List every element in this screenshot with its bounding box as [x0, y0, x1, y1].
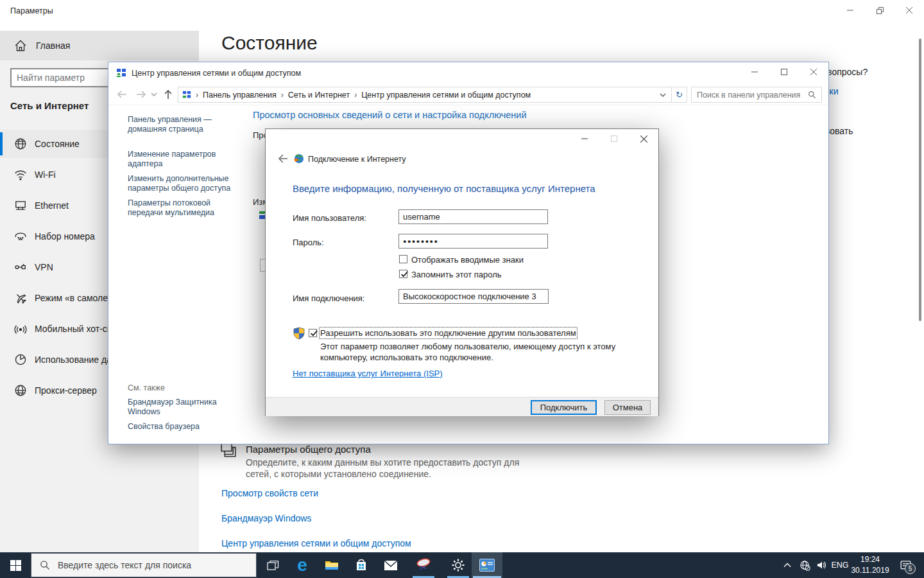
- defender-firewall-link[interactable]: Брандмауэр Защитника Windows: [128, 398, 238, 417]
- search-icon: [40, 560, 50, 570]
- network-center-heading: Просмотр основных сведений о сети и наст…: [253, 110, 527, 120]
- notification-count-badge: 5: [905, 563, 916, 574]
- language-indicator[interactable]: ENG: [830, 552, 850, 578]
- address-bar[interactable]: › Панель управления › Сеть и Интернет › …: [178, 87, 687, 103]
- selected-accent-bar: [0, 132, 3, 155]
- page-title: Состояние: [221, 32, 318, 54]
- store-button[interactable]: [346, 552, 376, 578]
- checkmark-icon: [309, 328, 319, 338]
- address-dropdown-icon[interactable]: [660, 92, 666, 98]
- show-characters-checkbox[interactable]: [399, 255, 407, 263]
- edge-icon: e: [297, 556, 307, 574]
- sidebar-item-home[interactable]: Главная: [0, 31, 199, 60]
- close-button[interactable]: [894, 0, 924, 21]
- location-icon: [182, 91, 191, 100]
- vpn-icon: [14, 261, 27, 274]
- network-sharing-center-link[interactable]: Центр управления сетями и общим доступом: [221, 538, 411, 548]
- snipping-tool-icon: ✂: [416, 557, 432, 573]
- maximize-button[interactable]: [769, 62, 799, 82]
- windows-firewall-link[interactable]: Брандмауэр Windows: [221, 513, 311, 523]
- tray-date: 30.11.2019: [848, 565, 892, 576]
- hotspot-icon: [14, 322, 27, 335]
- network-center-window-controls: [740, 62, 828, 82]
- back-icon[interactable]: [116, 89, 128, 100]
- breadcrumb-control-panel[interactable]: Панель управления: [203, 91, 277, 100]
- mail-button[interactable]: [376, 552, 406, 578]
- show-characters-label: Отображать вводимые знаки: [411, 255, 524, 265]
- start-button[interactable]: [0, 552, 31, 578]
- minimize-button[interactable]: [570, 129, 599, 148]
- settings-section-title: Сеть и Интернет: [10, 100, 89, 111]
- internet-options-link[interactable]: Свойства браузера: [128, 422, 238, 432]
- forward-icon[interactable]: [135, 89, 147, 100]
- store-icon: [355, 559, 368, 572]
- remember-password-checkbox[interactable]: [399, 270, 407, 278]
- password-field[interactable]: ●●●●●●●●: [398, 234, 548, 249]
- tray-overflow-button[interactable]: [779, 552, 796, 578]
- language-label: ENG: [831, 561, 848, 570]
- volume-tray-button[interactable]: [814, 552, 830, 578]
- data-usage-icon: [14, 353, 27, 366]
- breadcrumb-separator: ›: [281, 91, 284, 100]
- advanced-sharing-settings-link[interactable]: Изменить дополнительные параметры общего…: [128, 174, 238, 193]
- breadcrumb-network-internet[interactable]: Сеть и Интернет: [288, 91, 350, 100]
- dialog-window-controls: [570, 129, 658, 148]
- network-globe-icon: [14, 137, 27, 150]
- dialog-heading: Введите информацию, полученную от постав…: [293, 183, 595, 194]
- breadcrumb-separator: ›: [354, 91, 357, 100]
- task-view-button[interactable]: [258, 552, 287, 578]
- connection-name-field[interactable]: Высокоскоростное подключение 3: [398, 289, 549, 304]
- up-icon[interactable]: [162, 89, 174, 100]
- globe-no-internet-icon: [800, 560, 810, 571]
- active-app-tile[interactable]: [472, 552, 502, 578]
- minimize-button[interactable]: [740, 62, 769, 82]
- network-tray-button[interactable]: [796, 552, 814, 578]
- recent-pages-chevron-icon[interactable]: [151, 89, 157, 100]
- view-network-properties-link[interactable]: Просмотр свойств сети: [221, 488, 318, 498]
- taskbar-search-input[interactable]: Введите здесь текст для поиска: [31, 553, 257, 577]
- chevron-up-icon: [783, 563, 791, 568]
- wifi-icon: [14, 168, 27, 181]
- search-icon[interactable]: [808, 91, 816, 99]
- username-field[interactable]: username: [398, 209, 548, 224]
- no-isp-link[interactable]: Нет поставщика услуг Интернета (ISP): [293, 369, 443, 378]
- control-panel-search-placeholder: Поиск в панели управления: [697, 91, 808, 100]
- sharing-section-title: Параметры общего доступа: [246, 444, 371, 455]
- settings-scrollbar[interactable]: [919, 39, 921, 321]
- settings-taskbar-button[interactable]: [443, 552, 473, 578]
- breadcrumb-network-center[interactable]: Центр управления сетями и общим доступом: [361, 91, 531, 100]
- navigation-toolbar: › Панель управления › Сеть и Интернет › …: [108, 84, 828, 105]
- snipping-tool-button[interactable]: ✂: [409, 552, 439, 578]
- allow-others-checkbox[interactable]: [309, 329, 317, 337]
- restore-button[interactable]: [865, 0, 894, 21]
- taskbar-search-placeholder: Введите здесь текст для поиска: [58, 560, 191, 570]
- uac-shield-icon: [293, 327, 305, 340]
- settings-search-placeholder: Найти параметр: [17, 73, 85, 83]
- file-explorer-button[interactable]: [317, 552, 346, 578]
- control-panel-search-input[interactable]: Поиск в панели управления: [691, 87, 822, 103]
- password-value: ●●●●●●●●: [403, 238, 439, 245]
- edge-button[interactable]: e: [287, 552, 317, 578]
- dialup-phone-icon: [14, 230, 27, 243]
- refresh-icon[interactable]: ↻: [671, 87, 687, 102]
- clock[interactable]: 19:24 30.11.2019: [848, 554, 892, 576]
- username-label: Имя пользователя:: [293, 213, 366, 223]
- minimize-button[interactable]: [835, 0, 865, 21]
- file-explorer-icon: [325, 559, 339, 571]
- close-button[interactable]: [799, 62, 828, 82]
- media-streaming-options-link[interactable]: Параметры потоковой передачи мультимедиа: [128, 198, 238, 218]
- control-panel-home-link[interactable]: Панель управления — домашняя страница: [128, 115, 238, 134]
- home-icon: [14, 39, 27, 52]
- close-button[interactable]: [629, 129, 658, 148]
- change-adapter-settings-link[interactable]: Изменение параметров адаптера: [128, 150, 238, 169]
- mail-icon: [384, 560, 398, 571]
- connection-name-label: Имя подключения:: [293, 293, 364, 303]
- cancel-button[interactable]: Отмена: [604, 400, 651, 415]
- network-center-window-title: Центр управления сетями и общим доступом: [132, 69, 301, 78]
- connect-button[interactable]: Подключить: [531, 400, 597, 415]
- connection-name-value: Высокоскоростное подключение 3: [403, 292, 536, 301]
- settings-window-controls: [835, 0, 924, 21]
- sidebar-item-label: Главная: [36, 40, 70, 51]
- back-icon[interactable]: [277, 152, 289, 165]
- tray-time: 19:24: [848, 554, 892, 565]
